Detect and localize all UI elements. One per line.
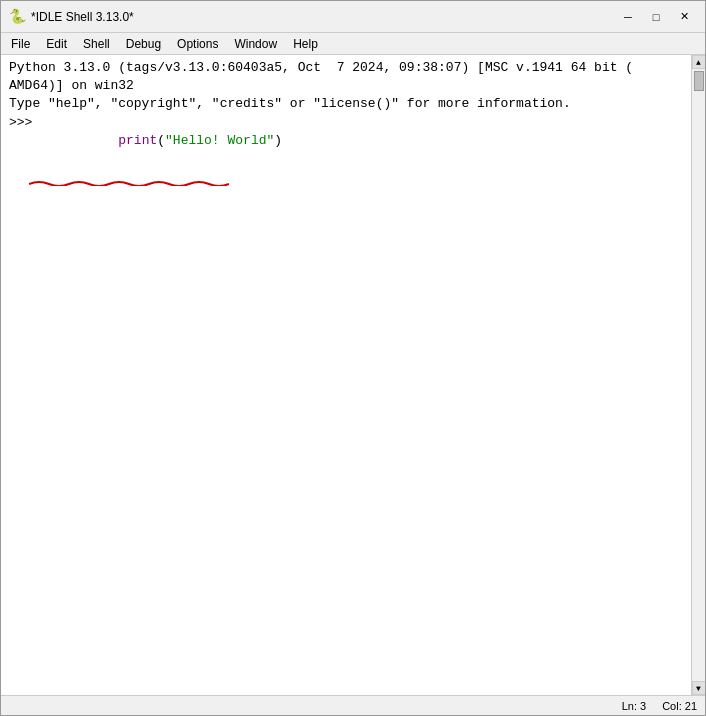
menu-help[interactable]: Help: [285, 35, 326, 53]
menu-shell[interactable]: Shell: [75, 35, 118, 53]
idle-window: 🐍 *IDLE Shell 3.13.0* ─ □ ✕ File Edit Sh…: [0, 0, 706, 716]
title-bar-left: 🐍 *IDLE Shell 3.13.0*: [9, 9, 134, 25]
status-bar: Ln: 3 Col: 21: [1, 695, 705, 715]
code-input-line: >>> print("Hello! World"): [1, 114, 691, 169]
app-icon: 🐍: [9, 9, 25, 25]
content-area: Python 3.13.0 (tags/v3.13.0:60403a5, Oct…: [1, 55, 705, 695]
menu-options[interactable]: Options: [169, 35, 226, 53]
red-annotation: [29, 173, 229, 191]
close-button[interactable]: ✕: [671, 7, 697, 27]
maximize-button[interactable]: □: [643, 7, 669, 27]
line-number: Ln: 3: [622, 700, 646, 712]
menu-file[interactable]: File: [3, 35, 38, 53]
menu-edit[interactable]: Edit: [38, 35, 75, 53]
shell-content[interactable]: Python 3.13.0 (tags/v3.13.0:60403a5, Oct…: [1, 55, 691, 695]
scroll-down-arrow[interactable]: ▼: [692, 681, 706, 695]
scrollbar-track: [692, 69, 705, 681]
window-title: *IDLE Shell 3.13.0*: [31, 10, 134, 24]
code-content: print("Hello! World"): [40, 114, 282, 169]
window-controls: ─ □ ✕: [615, 7, 697, 27]
paren-open: (: [157, 133, 165, 148]
col-number: Col: 21: [662, 700, 697, 712]
scroll-up-arrow[interactable]: ▲: [692, 55, 706, 69]
output-line-2: AMD64)] on win32: [1, 77, 691, 95]
prompt-symbol: >>>: [9, 114, 40, 132]
title-bar: 🐍 *IDLE Shell 3.13.0* ─ □ ✕: [1, 1, 705, 33]
string-literal: "Hello! World": [165, 133, 274, 148]
vertical-scrollbar[interactable]: ▲ ▼: [691, 55, 705, 695]
output-line-3: Type "help", "copyright", "credits" or "…: [1, 95, 691, 113]
paren-close: ): [274, 133, 282, 148]
minimize-button[interactable]: ─: [615, 7, 641, 27]
menu-debug[interactable]: Debug: [118, 35, 169, 53]
keyword-print: print: [118, 133, 157, 148]
menu-bar: File Edit Shell Debug Options Window Hel…: [1, 33, 705, 55]
menu-window[interactable]: Window: [226, 35, 285, 53]
scrollbar-thumb[interactable]: [694, 71, 704, 91]
output-line-1: Python 3.13.0 (tags/v3.13.0:60403a5, Oct…: [1, 59, 691, 77]
